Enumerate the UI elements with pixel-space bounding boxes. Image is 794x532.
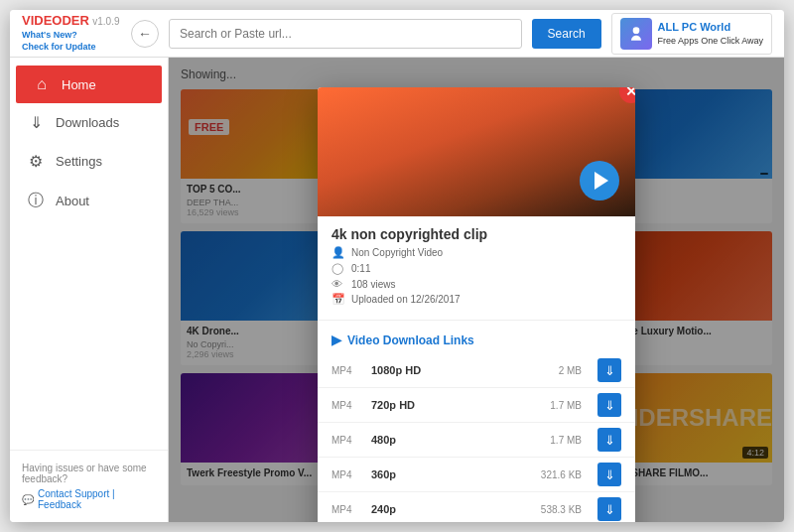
settings-icon: ⚙ xyxy=(26,152,46,171)
home-icon: ⌂ xyxy=(32,75,52,93)
footer-text: Having issues or have some feedback? xyxy=(22,463,156,484)
search-input[interactable] xyxy=(169,19,522,49)
eye-icon: 👁 xyxy=(331,278,345,290)
ad-icon xyxy=(620,18,652,50)
meta-channel: 👤 Non Copyright Video xyxy=(331,246,621,259)
sidebar-item-downloads-label: Downloads xyxy=(56,115,119,130)
about-icon: ⓘ xyxy=(26,191,46,211)
download-section-header: ▶ Video Download Links xyxy=(318,325,635,353)
modal-meta: 👤 Non Copyright Video ◯ 0:11 👁 108 views xyxy=(318,246,635,316)
play-button[interactable] xyxy=(580,161,619,200)
ad-text: ALL PC World Free Apps One Click Away xyxy=(658,20,763,48)
download-button-360p[interactable]: ⇓ xyxy=(597,463,621,486)
sidebar-nav: ⌂ Home ⇓ Downloads ⚙ Settings ⓘ About xyxy=(10,58,168,450)
meta-duration: ◯ 0:11 xyxy=(331,262,621,275)
download-button-720p[interactable]: ⇓ xyxy=(597,393,621,417)
svg-point-0 xyxy=(632,27,639,34)
download-row-720p[interactable]: MP4 720p HD 1.7 MB ⇓ xyxy=(318,388,635,423)
sidebar: ⌂ Home ⇓ Downloads ⚙ Settings ⓘ About Ha… xyxy=(10,58,169,522)
download-modal: ✕ 4k non copyrighted clip 👤 Non Copyrigh… xyxy=(318,87,635,522)
sidebar-footer: Having issues or have some feedback? 💬 C… xyxy=(10,450,168,522)
download-button-480p[interactable]: ⇓ xyxy=(597,428,621,452)
download-row-240p[interactable]: MP4 240p 538.3 KB ⇓ xyxy=(318,492,635,522)
app-title: VIDEODER v1.0.9 What's New? Check for Up… xyxy=(22,13,121,53)
person-icon: 👤 xyxy=(331,246,345,259)
support-link[interactable]: 💬 Contact Support | Feedback xyxy=(22,488,156,510)
modal-video-title: 4k non copyrighted clip xyxy=(318,216,635,246)
meta-views: 👁 108 views xyxy=(331,278,621,290)
clock-icon: ◯ xyxy=(331,262,345,275)
sidebar-item-home[interactable]: ⌂ Home xyxy=(16,66,162,103)
meta-upload: 📅 Uploaded on 12/26/2017 xyxy=(331,293,621,306)
download-row-1080p[interactable]: MP4 1080p HD 2 MB ⇓ xyxy=(318,353,635,388)
sidebar-item-about[interactable]: ⓘ About xyxy=(10,181,168,221)
modal-divider xyxy=(318,320,635,321)
check-update-link[interactable]: Check for Update xyxy=(22,42,121,54)
app-window: VIDEODER v1.0.9 What's New? Check for Up… xyxy=(10,10,784,522)
download-row-360p[interactable]: MP4 360p 321.6 KB ⇓ xyxy=(318,458,635,492)
main-content[interactable]: Showing... FREE 0:12 TOP 5 CO... DEEP TH… xyxy=(169,58,784,522)
ad-logo-icon xyxy=(626,24,646,44)
search-button[interactable]: Search xyxy=(532,19,601,49)
sidebar-item-home-label: Home xyxy=(62,77,96,92)
header: VIDEODER v1.0.9 What's New? Check for Up… xyxy=(10,10,784,58)
modal-overlay[interactable]: ✕ 4k non copyrighted clip 👤 Non Copyrigh… xyxy=(169,58,784,522)
sidebar-item-settings[interactable]: ⚙ Settings xyxy=(10,142,168,181)
downloads-icon: ⇓ xyxy=(26,113,46,132)
whats-new-link[interactable]: What's New? xyxy=(22,30,121,42)
video-icon: ▶ xyxy=(331,332,341,347)
chat-icon: 💬 xyxy=(22,494,34,505)
modal-video-preview xyxy=(318,87,635,216)
calendar-icon: 📅 xyxy=(331,293,345,306)
download-row-480p[interactable]: MP4 480p 1.7 MB ⇓ xyxy=(318,423,635,458)
sidebar-item-downloads[interactable]: ⇓ Downloads xyxy=(10,103,168,142)
app-name: VIDEODER v1.0.9 xyxy=(22,13,121,30)
download-button-1080p[interactable]: ⇓ xyxy=(597,358,621,382)
sidebar-item-settings-label: Settings xyxy=(56,154,102,169)
download-button-240p[interactable]: ⇓ xyxy=(597,497,621,521)
sidebar-item-about-label: About xyxy=(56,194,89,208)
download-list: MP4 1080p HD 2 MB ⇓ MP4 720p HD 1.7 MB ⇓ xyxy=(318,353,635,522)
ad-banner: ALL PC World Free Apps One Click Away xyxy=(611,13,772,55)
body: ⌂ Home ⇓ Downloads ⚙ Settings ⓘ About Ha… xyxy=(10,58,784,522)
back-button[interactable]: ← xyxy=(131,20,159,48)
